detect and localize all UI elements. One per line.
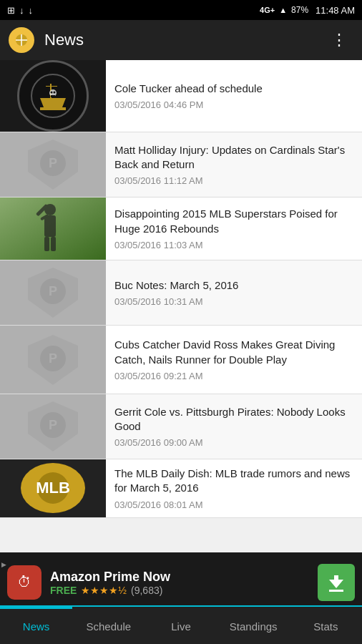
bottom-navigation: News Schedule Live Standings Stats [0, 605, 362, 644]
ad-text-content: Amazon Prime Now FREE ★★★★½ (9,683) [50, 570, 309, 596]
ad-free-label: FREE [50, 585, 77, 596]
svg-text:P: P [49, 351, 57, 366]
news-content: Gerrit Cole vs. Pittsburgh Pirates: Nobo… [106, 394, 362, 459]
svg-rect-39 [329, 590, 343, 592]
news-title: Disappointing 2015 MLB Superstars Poised… [114, 207, 353, 236]
page-title: News [44, 31, 326, 49]
nav-stats-label: Stats [313, 620, 338, 633]
nav-schedule-label: Schedule [87, 620, 132, 633]
news-date: 03/05/2016 11:03 AM [114, 240, 353, 250]
signal-icon: ▲ [279, 6, 287, 14]
svg-rect-6 [46, 86, 57, 87]
ad-stars: ★★★★½ [81, 585, 127, 596]
news-item[interactable]: P Buc Notes: March 5, 2016 03/05/2016 10… [0, 260, 362, 326]
time-display: 11:48 AM [315, 5, 355, 16]
nav-live-label: Live [171, 620, 191, 633]
status-bar: ⊞ ↓ ↓ 4G+ ▲ 87% 11:48 AM [0, 0, 362, 20]
svg-rect-18 [44, 215, 56, 237]
shield-icon: P [24, 398, 82, 455]
news-title: Matt Holliday Injury: Updates on Cardina… [114, 143, 353, 172]
nav-news-label: News [23, 620, 50, 633]
news-content: Matt Holliday Injury: Updates on Cardina… [106, 132, 362, 197]
news-title: Buc Notes: March 5, 2016 [114, 278, 353, 293]
news-item[interactable]: Cole Tucker ahead of schedule 03/05/2016… [0, 60, 362, 132]
news-date: 03/05/2016 09:21 AM [114, 371, 353, 381]
network-indicator: 4G+ [260, 6, 275, 14]
news-thumbnail [0, 60, 106, 132]
news-thumbnail: MLB [0, 459, 106, 517]
news-content: Disappointing 2015 MLB Superstars Poised… [106, 197, 362, 260]
nav-schedule[interactable]: Schedule [72, 607, 145, 644]
top-bar: News ⋮ [0, 20, 362, 60]
shield-icon: P [24, 331, 82, 389]
mlb-logo-icon: MLB [28, 463, 78, 513]
news-title: Gerrit Cole vs. Pittsburgh Pirates: Nobo… [114, 405, 353, 434]
nav-live[interactable]: Live [145, 607, 217, 644]
news-thumbnail: P [0, 132, 106, 197]
svg-text:P: P [49, 156, 57, 170]
news-date: 03/05/2016 11:12 AM [114, 175, 353, 186]
news-content: Cole Tucker ahead of schedule 03/05/2016… [106, 60, 362, 132]
shield-icon: P [24, 264, 82, 321]
status-screenshots-icon: ⊞ [7, 5, 15, 16]
nav-standings[interactable]: Standings [217, 607, 290, 644]
download-icon [326, 572, 346, 592]
ad-banner[interactable]: ▶ ⏱ Amazon Prime Now FREE ★★★★½ (9,683) [0, 560, 362, 605]
player-image-icon [0, 197, 106, 260]
news-item[interactable]: P Gerrit Cole vs. Pittsburgh Pirates: No… [0, 394, 362, 459]
news-list: Cole Tucker ahead of schedule 03/05/2016… [0, 60, 362, 552]
amazon-icon: ⏱ [11, 570, 37, 595]
news-content: Cubs Catcher David Ross Makes Great Divi… [106, 326, 362, 394]
status-download-icon: ↓ [19, 5, 24, 16]
news-thumbnail [0, 197, 106, 260]
news-thumbnail: P [0, 394, 106, 459]
overflow-menu-icon[interactable]: ⋮ [326, 28, 353, 52]
pirates-logo-icon [30, 73, 77, 119]
svg-marker-7 [40, 98, 66, 107]
svg-rect-8 [40, 107, 66, 110]
svg-text:MLB: MLB [36, 479, 70, 497]
svg-rect-20 [44, 237, 49, 251]
news-title: The MLB Daily Dish: MLB trade rumors and… [114, 467, 353, 496]
news-title: Cole Tucker ahead of schedule [114, 82, 353, 96]
app-logo [9, 27, 34, 53]
ad-app-icon: ⏱ [7, 565, 41, 600]
svg-text:P: P [49, 284, 57, 298]
ad-label: ▶ [1, 561, 6, 568]
svg-rect-38 [334, 575, 338, 582]
news-title: Cubs Catcher David Ross Makes Great Divi… [114, 338, 353, 367]
news-thumbnail: P [0, 326, 106, 394]
news-content: The MLB Daily Dish: MLB trade rumors and… [106, 459, 362, 517]
news-item[interactable]: P Cubs Catcher David Ross Makes Great Di… [0, 326, 362, 394]
battery-status: 87% [291, 5, 308, 15]
svg-text:P: P [49, 418, 57, 432]
news-item[interactable]: MLB The MLB Daily Dish: MLB trade rumors… [0, 459, 362, 518]
svg-rect-10 [51, 95, 55, 97]
svg-point-11 [50, 91, 52, 93]
news-thumbnail: P [0, 260, 106, 325]
status-download2-icon: ↓ [29, 5, 34, 16]
news-content: Buc Notes: March 5, 2016 03/05/2016 10:3… [106, 260, 362, 325]
shield-icon: P [24, 136, 82, 193]
svg-rect-21 [51, 237, 56, 251]
news-date: 03/05/2016 08:01 AM [114, 499, 353, 510]
news-item[interactable]: P Matt Holliday Injury: Updates on Cardi… [0, 132, 362, 197]
ad-download-button[interactable] [318, 564, 355, 601]
ad-subtitle: FREE ★★★★½ (9,683) [50, 585, 309, 596]
ad-title: Amazon Prime Now [50, 570, 309, 585]
nav-stats[interactable]: Stats [290, 607, 362, 644]
svg-point-12 [53, 91, 55, 93]
nav-standings-label: Standings [230, 620, 278, 633]
nav-news[interactable]: News [0, 607, 72, 644]
news-date: 03/05/2016 04:46 PM [114, 99, 353, 110]
baseball-logo-icon [11, 30, 31, 50]
svg-text:⏱: ⏱ [17, 574, 31, 590]
news-date: 03/05/2016 10:31 AM [114, 296, 353, 307]
news-date: 03/05/2016 09:00 AM [114, 437, 353, 448]
news-item[interactable]: Disappointing 2015 MLB Superstars Poised… [0, 197, 362, 260]
ad-reviews: (9,683) [131, 585, 162, 596]
